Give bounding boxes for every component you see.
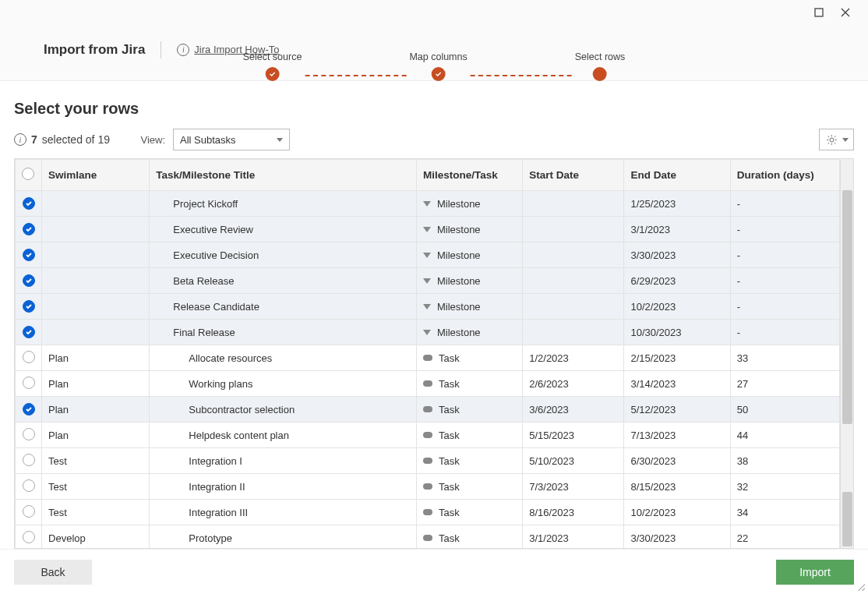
cell-type[interactable]: Milestone [416,294,522,320]
table-row[interactable]: Final ReleaseMilestone10/30/2023- [16,320,840,345]
task-icon [423,355,432,361]
row-checkbox[interactable] [23,197,35,210]
row-checkbox[interactable] [23,249,35,261]
row-checkbox[interactable] [23,351,35,363]
cell-type[interactable]: Task [416,474,522,500]
header-title[interactable]: Task/Milestone Title [150,160,417,191]
table-row[interactable]: Executive DecisionMilestone3/30/2023- [16,242,840,268]
cell-title: Integration II [150,474,417,500]
table-row[interactable]: Release CandidateMilestone10/2/2023- [16,294,840,320]
cell-type[interactable]: Task [416,371,522,397]
type-label: Milestone [437,301,481,313]
cell-duration: 50 [730,397,839,423]
select-all-checkbox[interactable] [22,168,34,180]
footer: Back Import [0,549,868,594]
cell-type[interactable]: Task [416,500,522,525]
row-checkbox[interactable] [23,505,35,518]
row-checkbox[interactable] [23,274,35,287]
scrollbar-thumb[interactable] [842,190,852,424]
cell-duration: - [730,294,839,320]
step-indicator: Select source Map columns Select rows [243,51,626,81]
header-end[interactable]: End Date [624,160,730,191]
cell-end: 3/1/2023 [624,217,730,242]
cell-end: 10/2/2023 [624,500,730,525]
cell-swimlane [42,268,150,294]
cell-title: Allocate resources [150,345,417,371]
back-button[interactable]: Back [14,560,92,585]
row-checkbox[interactable] [23,428,35,440]
type-label: Milestone [437,249,481,261]
table-row[interactable]: TestIntegration ITask5/10/20236/30/20233… [16,448,840,474]
cell-swimlane: Plan [42,423,150,448]
maximize-button[interactable] [806,2,832,23]
cell-type[interactable]: Task [416,345,522,371]
row-checkbox[interactable] [23,223,35,235]
header-check[interactable] [16,160,42,191]
cell-start [523,217,624,242]
row-checkbox[interactable] [23,454,35,466]
cell-start [523,242,624,268]
cell-title: Working plans [150,371,417,397]
cell-type[interactable]: Milestone [416,268,522,294]
table-row[interactable]: PlanAllocate resourcesTask1/2/20232/15/2… [16,345,840,371]
cell-end: 3/30/2023 [624,525,730,549]
milestone-icon [423,278,431,284]
task-icon [423,432,432,438]
table-row[interactable]: TestIntegration IIITask8/16/202310/2/202… [16,500,840,525]
selected-text: selected of 19 [42,133,110,146]
cell-end: 5/12/2023 [624,397,730,423]
scrollbar[interactable] [840,159,853,548]
row-checkbox[interactable] [23,403,35,415]
table-row[interactable]: TestIntegration IITask7/3/20238/15/20233… [16,474,840,500]
milestone-icon [423,304,431,309]
cell-end: 2/15/2023 [624,345,730,371]
header-type[interactable]: Milestone/Task [416,160,522,191]
type-label: Task [439,481,460,493]
header-start[interactable]: Start Date [523,160,624,191]
cell-swimlane: Plan [42,345,150,371]
row-checkbox[interactable] [23,326,35,338]
cell-start [523,191,624,217]
table-row[interactable]: PlanSubcontractor selectionTask3/6/20235… [16,397,840,423]
cell-type[interactable]: Task [416,448,522,474]
table-row[interactable]: PlanHelpdesk content planTask5/15/20237/… [16,423,840,448]
chevron-down-icon [842,138,849,142]
table-row[interactable]: Beta ReleaseMilestone6/29/2023- [16,268,840,294]
type-label: Task [439,378,460,390]
cell-type[interactable]: Milestone [416,217,522,242]
cell-swimlane [42,242,150,268]
row-checkbox[interactable] [23,531,35,543]
cell-swimlane [42,320,150,345]
cell-type[interactable]: Task [416,397,522,423]
type-label: Milestone [437,224,481,235]
header-duration[interactable]: Duration (days) [730,160,839,191]
resize-grip[interactable] [856,582,865,591]
header-swimlane[interactable]: Swimlane [42,160,150,191]
cell-type[interactable]: Task [416,525,522,549]
cell-end: 7/13/2023 [624,423,730,448]
cell-type[interactable]: Milestone [416,191,522,217]
row-checkbox[interactable] [23,300,35,313]
table-row[interactable]: DevelopPrototypeTask3/1/20233/30/202322 [16,525,840,549]
view-select-value: All Subtasks [180,134,236,146]
type-label: Milestone [437,275,481,287]
close-button[interactable] [832,2,859,23]
row-checkbox[interactable] [23,479,35,492]
cell-type[interactable]: Task [416,423,522,448]
view-select[interactable]: All Subtasks [173,129,290,150]
table-row[interactable]: Executive ReviewMilestone3/1/2023- [16,217,840,242]
settings-button[interactable] [819,129,854,150]
cell-type[interactable]: Milestone [416,320,522,345]
cell-swimlane: Plan [42,397,150,423]
step-3-dot [593,67,607,81]
table-row[interactable]: Project KickoffMilestone1/25/2023- [16,191,840,217]
cell-type[interactable]: Milestone [416,242,522,268]
row-checkbox[interactable] [23,377,35,389]
cell-end: 8/15/2023 [624,474,730,500]
import-button[interactable]: Import [776,560,854,585]
type-label: Milestone [437,198,481,210]
task-icon [423,535,432,541]
scrollbar-thumb[interactable] [842,492,852,546]
table-row[interactable]: PlanWorking plansTask2/6/20233/14/202327 [16,371,840,397]
cell-title: Subcontractor selection [150,397,417,423]
